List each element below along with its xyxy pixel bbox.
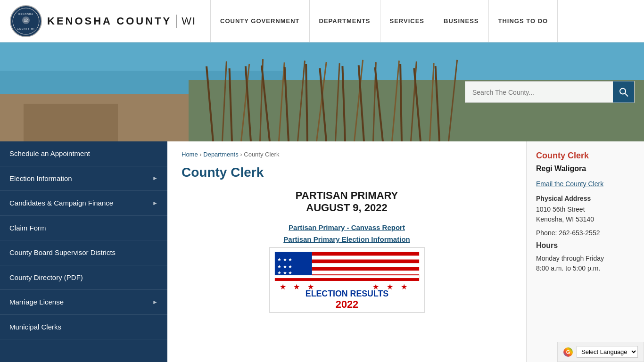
right-sidebar-title: County Clerk [536,151,635,161]
svg-line-38 [625,93,628,96]
svg-rect-47 [312,263,419,267]
translate-bar: G Select Language [557,342,644,362]
main-content: Home › Departments › County Clerk County… [167,141,526,362]
svg-rect-44 [312,252,419,256]
hours-heading: Hours [536,241,635,250]
svg-text:COUNTY WI: COUNTY WI [17,27,35,30]
svg-rect-48 [312,267,419,271]
canvass-report-link[interactable]: Partisan Primary - Canvass Report [182,223,512,231]
election-heading2: AUGUST 9, 2022 [182,202,512,214]
nav-departments[interactable]: DEPARTMENTS [310,0,380,42]
email-clerk-link[interactable]: Email the County Clerk [536,180,635,188]
election-results-svg: ★ ★ ★ ★ ★ ★ ★ ★ ★ ★ ★ ★ ★ ★ [270,247,424,313]
sidebar-item-municipal-clerks[interactable]: Municipal Clerks [0,315,167,340]
physical-address: Physical Address 1010 56th Street Kenosh… [536,195,635,224]
svg-text:ELECTION RESULTS: ELECTION RESULTS [305,289,388,298]
svg-text:★: ★ [279,283,286,291]
arrow-icon: ► [152,200,158,206]
sidebar-item-claim-form[interactable]: Claim Form [0,216,167,241]
hours-time: 8:00 a.m. to 5:00 p.m. [536,263,635,273]
breadcrumb-departments[interactable]: Departments [203,151,238,158]
content-wrapper: Schedule an Appointment Election Informa… [0,141,644,362]
search-button[interactable] [613,82,634,103]
election-banner: PARTISAN PRIMARY AUGUST 9, 2022 [182,189,512,214]
svg-rect-52 [274,278,419,281]
election-info-link[interactable]: Partisan Primary Election Information [182,235,512,243]
hero-image [0,42,644,141]
sidebar-item-candidates[interactable]: Candidates & Campaign Finance ► [0,191,167,216]
sidebar-item-election[interactable]: Election Information ► [0,166,167,191]
nav-business[interactable]: BUSINESS [434,0,488,42]
svg-text:★: ★ [400,283,407,291]
svg-rect-45 [312,256,419,260]
language-select[interactable]: Select Language [577,346,638,358]
svg-text:⚖: ⚖ [24,17,29,24]
page-title: County Clerk [182,165,512,180]
breadcrumb: Home › Departments › County Clerk [182,151,512,158]
county-seal: KENOSHA COUNTY WI ⚖ [9,5,42,38]
hours-days: Monday through Friday [536,254,635,263]
nav-services[interactable]: SERVICES [380,0,435,42]
site-header: KENOSHA COUNTY WI ⚖ KENOSHA COUNTY WI CO… [0,0,644,42]
svg-text:KENOSHA: KENOSHA [18,13,33,16]
search-icon [619,87,628,97]
svg-text:2022: 2022 [335,298,358,310]
arrow-icon: ► [152,299,158,305]
right-sidebar: County Clerk Regi Waligora Email the Cou… [526,141,644,362]
search-input[interactable] [465,88,613,96]
election-results-image: ★ ★ ★ ★ ★ ★ ★ ★ ★ ★ ★ ★ ★ ★ [269,247,425,313]
logo-name: KENOSHA COUNTY [47,15,172,27]
svg-point-37 [620,88,626,94]
clerk-name: Regi Waligora [536,165,635,173]
logo-text: KENOSHA COUNTY WI [47,15,196,28]
breadcrumb-current: County Clerk [244,151,279,158]
svg-rect-49 [312,271,419,274]
nav-things-to-do[interactable]: THINGS TO DO [489,0,558,42]
google-logo: G [563,347,573,357]
logo-area: KENOSHA COUNTY WI ⚖ KENOSHA COUNTY WI [9,5,196,38]
sidebar-item-county-board[interactable]: County Board Supervisor Districts [0,240,167,265]
svg-text:★ ★ ★: ★ ★ ★ [277,264,292,269]
sidebar-item-county-directory[interactable]: County Directory (PDF) [0,265,167,290]
election-heading1: PARTISAN PRIMARY [182,189,512,202]
search-box [465,82,635,103]
svg-text:★: ★ [293,283,300,291]
svg-rect-46 [312,260,419,263]
left-sidebar: Schedule an Appointment Election Informa… [0,141,167,362]
logo-wi: WI [182,15,196,27]
phone-number: Phone: 262-653-2552 [536,229,635,237]
address-heading: Physical Address [536,195,635,202]
svg-text:★ ★ ★: ★ ★ ★ [277,270,292,275]
sidebar-item-marriage-license[interactable]: Marriage License ► [0,290,167,315]
svg-rect-51 [274,275,419,278]
svg-rect-9 [24,104,118,141]
hours-section: Hours Monday through Friday 8:00 a.m. to… [536,241,635,273]
breadcrumb-home[interactable]: Home [182,151,198,158]
address-line1: 1010 56th Street [536,205,635,214]
arrow-icon: ► [152,175,158,181]
nav-county-government[interactable]: COUNTY GOVERNMENT [210,0,309,42]
address-line2: Kenosha, WI 53140 [536,214,635,224]
main-navigation: COUNTY GOVERNMENT DEPARTMENTS SERVICES B… [210,0,558,42]
svg-text:★ ★ ★: ★ ★ ★ [277,257,292,262]
sidebar-item-schedule[interactable]: Schedule an Appointment [0,141,167,166]
